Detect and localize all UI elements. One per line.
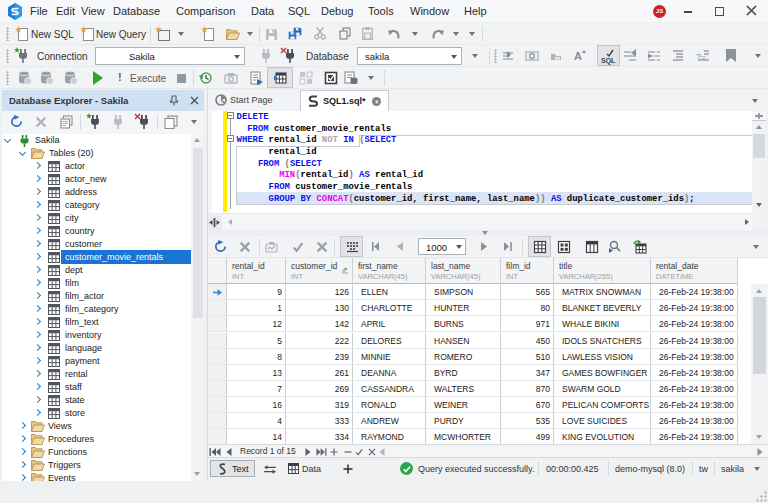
svg-text:SQL: SQL — [601, 57, 616, 65]
svg-text:A: A — [574, 50, 582, 62]
